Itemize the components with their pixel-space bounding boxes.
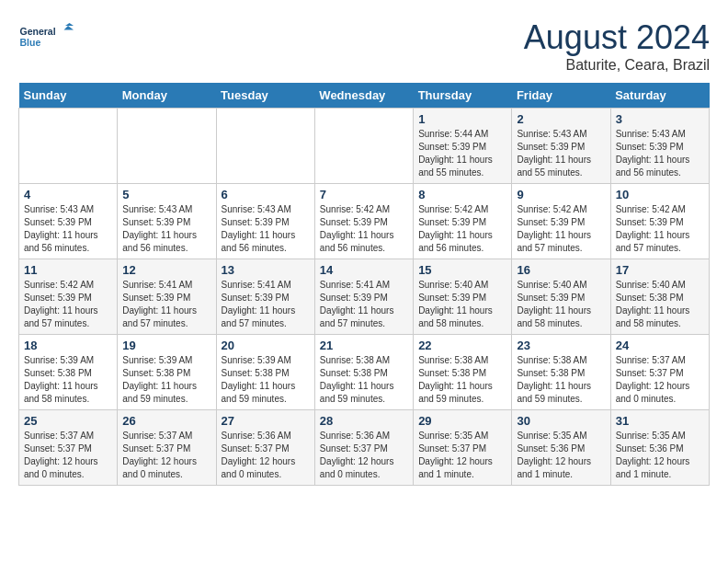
calendar-cell bbox=[118, 109, 216, 184]
weekday-header: Tuesday bbox=[216, 83, 314, 109]
day-number: 8 bbox=[418, 188, 506, 201]
day-info: Sunrise: 5:42 AMSunset: 5:39 PMDaylight:… bbox=[320, 203, 408, 255]
day-info: Sunrise: 5:41 AMSunset: 5:39 PMDaylight:… bbox=[222, 279, 310, 330]
day-info: Sunrise: 5:35 AMSunset: 5:36 PMDaylight:… bbox=[517, 430, 605, 481]
weekday-header: Thursday bbox=[414, 83, 512, 109]
day-info: Sunrise: 5:39 AMSunset: 5:38 PMDaylight:… bbox=[24, 354, 112, 406]
svg-marker-2 bbox=[65, 23, 74, 26]
calendar-cell: 13Sunrise: 5:41 AMSunset: 5:39 PMDayligh… bbox=[216, 259, 314, 335]
day-info: Sunrise: 5:38 AMSunset: 5:38 PMDaylight:… bbox=[517, 354, 605, 406]
calendar-cell: 19Sunrise: 5:39 AMSunset: 5:38 PMDayligh… bbox=[118, 335, 216, 410]
day-info: Sunrise: 5:39 AMSunset: 5:38 PMDaylight:… bbox=[122, 354, 210, 406]
calendar-cell: 22Sunrise: 5:38 AMSunset: 5:38 PMDayligh… bbox=[414, 335, 512, 410]
weekday-header: Wednesday bbox=[314, 83, 413, 109]
calendar-cell: 8Sunrise: 5:42 AMSunset: 5:39 PMDaylight… bbox=[414, 184, 512, 259]
calendar-cell: 27Sunrise: 5:36 AMSunset: 5:37 PMDayligh… bbox=[216, 410, 314, 486]
day-number: 28 bbox=[320, 414, 408, 428]
calendar-week-row: 11Sunrise: 5:42 AMSunset: 5:39 PMDayligh… bbox=[19, 259, 710, 335]
day-info: Sunrise: 5:42 AMSunset: 5:39 PMDaylight:… bbox=[418, 203, 506, 255]
logo: General Blue bbox=[18, 18, 74, 55]
day-info: Sunrise: 5:38 AMSunset: 5:38 PMDaylight:… bbox=[418, 354, 506, 406]
calendar-cell: 21Sunrise: 5:38 AMSunset: 5:38 PMDayligh… bbox=[314, 335, 413, 410]
day-number: 10 bbox=[616, 188, 704, 201]
calendar-cell: 6Sunrise: 5:43 AMSunset: 5:39 PMDaylight… bbox=[216, 184, 314, 259]
day-info: Sunrise: 5:43 AMSunset: 5:39 PMDaylight:… bbox=[616, 128, 704, 179]
calendar-cell: 15Sunrise: 5:40 AMSunset: 5:39 PMDayligh… bbox=[414, 259, 512, 335]
weekday-header: Friday bbox=[512, 83, 610, 109]
calendar-cell bbox=[216, 109, 314, 184]
day-number: 3 bbox=[616, 112, 704, 126]
weekday-header-row: SundayMondayTuesdayWednesdayThursdayFrid… bbox=[19, 83, 710, 109]
calendar-cell: 1Sunrise: 5:44 AMSunset: 5:39 PMDaylight… bbox=[414, 109, 512, 184]
day-number: 13 bbox=[222, 263, 310, 277]
day-info: Sunrise: 5:41 AMSunset: 5:39 PMDaylight:… bbox=[122, 279, 210, 330]
calendar-cell: 25Sunrise: 5:37 AMSunset: 5:37 PMDayligh… bbox=[19, 410, 118, 486]
page-header: General Blue August 2024 Baturite, Ceara… bbox=[18, 18, 710, 74]
day-number: 11 bbox=[24, 263, 112, 277]
calendar-week-row: 18Sunrise: 5:39 AMSunset: 5:38 PMDayligh… bbox=[19, 335, 710, 410]
day-info: Sunrise: 5:35 AMSunset: 5:36 PMDaylight:… bbox=[616, 430, 704, 481]
calendar-cell: 3Sunrise: 5:43 AMSunset: 5:39 PMDaylight… bbox=[610, 109, 709, 184]
weekday-header: Sunday bbox=[19, 83, 118, 109]
calendar-week-row: 25Sunrise: 5:37 AMSunset: 5:37 PMDayligh… bbox=[19, 410, 710, 486]
day-number: 25 bbox=[24, 414, 112, 428]
calendar-cell: 9Sunrise: 5:42 AMSunset: 5:39 PMDaylight… bbox=[512, 184, 610, 259]
day-number: 24 bbox=[616, 339, 704, 352]
day-info: Sunrise: 5:38 AMSunset: 5:38 PMDaylight:… bbox=[320, 354, 408, 406]
calendar-week-row: 1Sunrise: 5:44 AMSunset: 5:39 PMDaylight… bbox=[19, 109, 710, 184]
day-info: Sunrise: 5:43 AMSunset: 5:39 PMDaylight:… bbox=[517, 128, 605, 179]
day-info: Sunrise: 5:43 AMSunset: 5:39 PMDaylight:… bbox=[24, 203, 112, 255]
calendar-cell: 10Sunrise: 5:42 AMSunset: 5:39 PMDayligh… bbox=[610, 184, 709, 259]
weekday-header: Monday bbox=[118, 83, 216, 109]
day-info: Sunrise: 5:35 AMSunset: 5:37 PMDaylight:… bbox=[418, 430, 506, 481]
calendar-cell: 2Sunrise: 5:43 AMSunset: 5:39 PMDaylight… bbox=[512, 109, 610, 184]
logo-svg: General Blue bbox=[18, 18, 74, 55]
location: Baturite, Ceara, Brazil bbox=[524, 57, 710, 74]
day-number: 5 bbox=[122, 188, 210, 201]
calendar-cell: 20Sunrise: 5:39 AMSunset: 5:38 PMDayligh… bbox=[216, 335, 314, 410]
calendar-table: SundayMondayTuesdayWednesdayThursdayFrid… bbox=[18, 83, 710, 486]
day-number: 31 bbox=[616, 414, 704, 428]
day-number: 2 bbox=[517, 112, 605, 126]
calendar-cell: 4Sunrise: 5:43 AMSunset: 5:39 PMDaylight… bbox=[19, 184, 118, 259]
day-info: Sunrise: 5:36 AMSunset: 5:37 PMDaylight:… bbox=[320, 430, 408, 481]
day-info: Sunrise: 5:40 AMSunset: 5:39 PMDaylight:… bbox=[517, 279, 605, 330]
day-number: 21 bbox=[320, 339, 408, 352]
day-number: 17 bbox=[616, 263, 704, 277]
day-number: 7 bbox=[320, 188, 408, 201]
day-number: 22 bbox=[418, 339, 506, 352]
calendar-week-row: 4Sunrise: 5:43 AMSunset: 5:39 PMDaylight… bbox=[19, 184, 710, 259]
day-number: 29 bbox=[418, 414, 506, 428]
day-info: Sunrise: 5:40 AMSunset: 5:38 PMDaylight:… bbox=[616, 279, 704, 330]
month-title: August 2024 bbox=[524, 18, 710, 57]
day-number: 30 bbox=[517, 414, 605, 428]
calendar-cell: 30Sunrise: 5:35 AMSunset: 5:36 PMDayligh… bbox=[512, 410, 610, 486]
calendar-cell bbox=[19, 109, 118, 184]
day-info: Sunrise: 5:36 AMSunset: 5:37 PMDaylight:… bbox=[222, 430, 310, 481]
calendar-cell: 16Sunrise: 5:40 AMSunset: 5:39 PMDayligh… bbox=[512, 259, 610, 335]
day-info: Sunrise: 5:37 AMSunset: 5:37 PMDaylight:… bbox=[122, 430, 210, 481]
day-info: Sunrise: 5:37 AMSunset: 5:37 PMDaylight:… bbox=[616, 354, 704, 406]
day-number: 12 bbox=[122, 263, 210, 277]
title-block: August 2024 Baturite, Ceara, Brazil bbox=[524, 18, 710, 74]
calendar-cell: 29Sunrise: 5:35 AMSunset: 5:37 PMDayligh… bbox=[414, 410, 512, 486]
day-number: 9 bbox=[517, 188, 605, 201]
calendar-cell: 31Sunrise: 5:35 AMSunset: 5:36 PMDayligh… bbox=[610, 410, 709, 486]
svg-marker-3 bbox=[64, 26, 74, 30]
day-number: 6 bbox=[222, 188, 310, 201]
calendar-cell: 28Sunrise: 5:36 AMSunset: 5:37 PMDayligh… bbox=[314, 410, 413, 486]
calendar-cell: 14Sunrise: 5:41 AMSunset: 5:39 PMDayligh… bbox=[314, 259, 413, 335]
day-number: 26 bbox=[122, 414, 210, 428]
day-number: 23 bbox=[517, 339, 605, 352]
calendar-cell: 5Sunrise: 5:43 AMSunset: 5:39 PMDaylight… bbox=[118, 184, 216, 259]
day-info: Sunrise: 5:43 AMSunset: 5:39 PMDaylight:… bbox=[222, 203, 310, 255]
day-number: 15 bbox=[418, 263, 506, 277]
day-number: 20 bbox=[222, 339, 310, 352]
calendar-cell: 26Sunrise: 5:37 AMSunset: 5:37 PMDayligh… bbox=[118, 410, 216, 486]
day-number: 14 bbox=[320, 263, 408, 277]
day-number: 19 bbox=[122, 339, 210, 352]
day-info: Sunrise: 5:42 AMSunset: 5:39 PMDaylight:… bbox=[517, 203, 605, 255]
day-info: Sunrise: 5:39 AMSunset: 5:38 PMDaylight:… bbox=[222, 354, 310, 406]
calendar-cell: 18Sunrise: 5:39 AMSunset: 5:38 PMDayligh… bbox=[19, 335, 118, 410]
calendar-cell: 23Sunrise: 5:38 AMSunset: 5:38 PMDayligh… bbox=[512, 335, 610, 410]
